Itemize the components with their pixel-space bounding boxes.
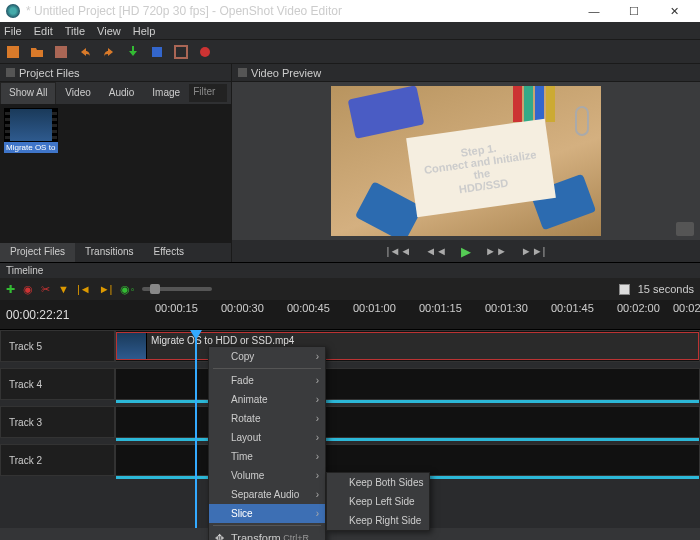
track-4-label[interactable]: Track 4 — [0, 368, 115, 400]
preview-frame: Step 1. Connect and Initialize the HDD/S… — [331, 86, 601, 236]
track-5[interactable]: Track 5 Migrate OS to HDD or SSD.mp4 — [0, 330, 700, 362]
jump-start-icon[interactable]: |◄◄ — [387, 245, 412, 257]
clip-context-menu: Copy Fade Animate Rotate Layout Time Vol… — [208, 346, 326, 540]
ctx-time[interactable]: Time — [209, 447, 325, 466]
zoom-slider[interactable] — [142, 287, 212, 291]
tab-transitions[interactable]: Transitions — [75, 243, 144, 262]
app-icon — [6, 4, 20, 18]
razor-icon[interactable]: ✂ — [41, 283, 50, 296]
snapshot-icon[interactable] — [676, 222, 694, 236]
menu-title[interactable]: Title — [65, 25, 85, 37]
add-track-icon[interactable]: ✚ — [6, 283, 15, 296]
window-title: * Untitled Project [HD 720p 30 fps] - Op… — [26, 4, 574, 18]
ctx-copy[interactable]: Copy — [209, 347, 325, 366]
export-icon[interactable] — [198, 45, 212, 59]
track-3-label[interactable]: Track 3 — [0, 406, 115, 438]
menu-view[interactable]: View — [97, 25, 121, 37]
video-preview[interactable]: Step 1. Connect and Initialize the HDD/S… — [232, 82, 700, 240]
zoom-lock-checkbox[interactable] — [619, 284, 630, 295]
profile-icon[interactable] — [150, 45, 164, 59]
ctx-fade[interactable]: Fade — [209, 371, 325, 390]
timeline-clip[interactable]: Migrate OS to HDD or SSD.mp4 — [116, 332, 699, 360]
maximize-button[interactable]: ☐ — [614, 0, 654, 22]
slice-submenu: Keep Both Sides Keep Left Side Keep Righ… — [326, 472, 430, 531]
track-3[interactable]: Track 3 — [0, 406, 700, 438]
filter-audio[interactable]: Audio — [100, 82, 144, 104]
menu-bar: File Edit Title View Help — [0, 22, 700, 40]
play-icon[interactable]: ▶ — [461, 244, 471, 259]
window-titlebar: * Untitled Project [HD 720p 30 fps] - Op… — [0, 0, 700, 22]
ctx-animate[interactable]: Animate — [209, 390, 325, 409]
ctx-slice[interactable]: Slice — [209, 504, 325, 523]
filter-input[interactable]: Filter — [189, 84, 227, 102]
svg-rect-1 — [55, 46, 67, 58]
ctx-rotate[interactable]: Rotate — [209, 409, 325, 428]
playback-controls: |◄◄ ◄◄ ▶ ►► ►►| — [232, 240, 700, 262]
timeline-ticks[interactable]: 00:00:15 00:00:30 00:00:45 00:01:00 00:0… — [115, 300, 700, 329]
add-marker-icon[interactable]: ▼ — [58, 283, 69, 295]
svg-point-4 — [200, 47, 210, 57]
video-preview-panel: Video Preview Step 1. Connect and Initia… — [232, 64, 700, 262]
svg-rect-2 — [152, 47, 162, 57]
media-thumbnail-label: Migrate OS to H... — [4, 142, 58, 153]
track-4[interactable]: Track 4 — [0, 368, 700, 400]
menu-help[interactable]: Help — [133, 25, 156, 37]
main-toolbar — [0, 40, 700, 64]
project-files-panel: Project Files Show All Video Audio Image… — [0, 64, 232, 262]
project-files-header: Project Files — [0, 64, 231, 82]
filter-video[interactable]: Video — [56, 82, 99, 104]
filter-image[interactable]: Image — [143, 82, 189, 104]
fullscreen-icon[interactable] — [174, 45, 188, 59]
ctx-volume[interactable]: Volume — [209, 466, 325, 485]
playhead[interactable] — [195, 330, 197, 528]
undo-icon[interactable] — [78, 45, 92, 59]
video-preview-header: Video Preview — [232, 64, 700, 82]
prev-marker-icon[interactable]: |◄ — [77, 283, 91, 295]
slice-keep-both[interactable]: Keep Both Sides — [327, 473, 429, 492]
snap-icon[interactable]: ◉ — [23, 283, 33, 296]
import-icon[interactable] — [126, 45, 140, 59]
ctx-separate-audio[interactable]: Separate Audio — [209, 485, 325, 504]
menu-file[interactable]: File — [4, 25, 22, 37]
next-marker-icon[interactable]: ►| — [99, 283, 113, 295]
tab-effects[interactable]: Effects — [144, 243, 194, 262]
slice-keep-right[interactable]: Keep Right Side — [327, 511, 429, 530]
track-5-label[interactable]: Track 5 — [0, 330, 115, 362]
new-project-icon[interactable] — [6, 45, 20, 59]
project-files-body[interactable]: Migrate OS to H... — [0, 104, 231, 242]
slice-keep-left[interactable]: Keep Left Side — [327, 492, 429, 511]
tab-project-files[interactable]: Project Files — [0, 243, 75, 262]
fast-forward-icon[interactable]: ►► — [485, 245, 507, 257]
ctx-transform[interactable]: ✥TransformCtrl+R — [209, 528, 325, 540]
redo-icon[interactable] — [102, 45, 116, 59]
timeline-header: Timeline — [0, 262, 700, 278]
svg-rect-3 — [175, 46, 187, 58]
open-project-icon[interactable] — [30, 45, 44, 59]
timecode-display: 00:00:22:21 — [0, 300, 115, 329]
center-playhead-icon[interactable]: ◉◦ — [120, 283, 134, 296]
rewind-icon[interactable]: ◄◄ — [425, 245, 447, 257]
save-project-icon[interactable] — [54, 45, 68, 59]
zoom-label: 15 seconds — [638, 283, 694, 295]
media-thumbnail[interactable] — [4, 108, 58, 142]
ctx-layout[interactable]: Layout — [209, 428, 325, 447]
filter-show-all[interactable]: Show All — [0, 82, 56, 104]
minimize-button[interactable]: — — [574, 0, 614, 22]
clip-thumbnail — [117, 333, 147, 359]
timeline-toolbar: ✚ ◉ ✂ ▼ |◄ ►| ◉◦ 15 seconds — [0, 278, 700, 300]
svg-rect-0 — [7, 46, 19, 58]
close-button[interactable]: ✕ — [654, 0, 694, 22]
jump-end-icon[interactable]: ►►| — [521, 245, 546, 257]
menu-edit[interactable]: Edit — [34, 25, 53, 37]
timeline-ruler[interactable]: 00:00:22:21 00:00:15 00:00:30 00:00:45 0… — [0, 300, 700, 330]
track-2-label[interactable]: Track 2 — [0, 444, 115, 476]
